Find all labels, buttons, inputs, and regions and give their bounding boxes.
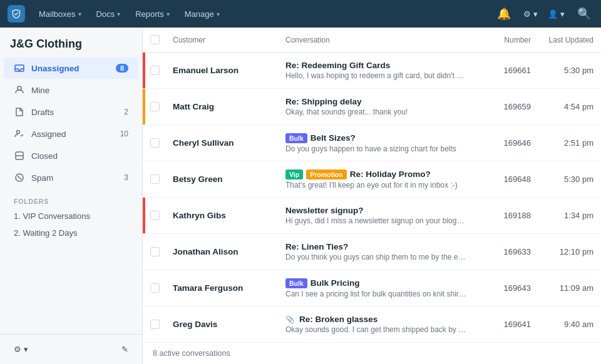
sidebar-item-mine[interactable]: Mine <box>4 79 138 101</box>
row-conversation-title: Re: Linen Ties? <box>285 242 467 251</box>
row-number: 169641 <box>475 320 531 329</box>
row-conversation-col: Re: Shipping delay Okay, that sounds gre… <box>285 97 475 116</box>
row-checkbox-col <box>150 211 173 220</box>
sidebar-item-unassigned[interactable]: Unassigned 8 <box>4 58 138 79</box>
header-last-updated: Last Updated <box>531 36 593 44</box>
compose-icon: ✎ <box>121 345 128 354</box>
sidebar-label-mine: Mine <box>31 86 128 95</box>
svg-line-6 <box>18 176 21 179</box>
select-all-checkbox[interactable] <box>150 35 160 44</box>
row-number: 169648 <box>475 174 531 184</box>
row-conversation-col: Re: Linen Ties? Do you think you guys ca… <box>285 242 475 261</box>
row-checkbox[interactable] <box>150 174 160 184</box>
sidebar-item-spam[interactable]: Spam 3 <box>4 167 138 188</box>
closed-icon <box>14 150 25 161</box>
row-checkbox-col <box>150 320 173 329</box>
chevron-down-icon: ▾ <box>78 11 81 18</box>
table-row[interactable]: Tamara Ferguson BulkBulk Pricing Can I s… <box>143 270 601 306</box>
sidebar-item-drafts[interactable]: Drafts 2 <box>4 101 138 123</box>
app-logo[interactable] <box>8 5 25 23</box>
row-conversation-title: Re: Redeeming Gift Cards <box>285 61 467 70</box>
table-footer: 8 active conversations <box>143 342 601 364</box>
row-checkbox[interactable] <box>150 283 160 293</box>
table-row[interactable]: Greg Davis 📎Re: Broken glasses Okay soun… <box>143 306 601 342</box>
nav-docs[interactable]: Docs ▾ <box>90 6 127 23</box>
inbox-icon <box>14 63 25 74</box>
row-checkbox-col <box>150 174 173 184</box>
row-updated: 5:30 pm <box>531 174 593 184</box>
person-icon <box>14 84 25 96</box>
row-number: 169643 <box>475 283 531 293</box>
spam-icon <box>14 172 25 183</box>
nav-reports[interactable]: Reports ▾ <box>129 6 176 23</box>
content-area: Customer Conversation Number Last Update… <box>143 28 601 364</box>
row-checkbox[interactable] <box>150 320 160 329</box>
settings-button[interactable]: ⚙ ▾ <box>8 341 34 358</box>
tag-bulk: Bulk <box>285 133 307 143</box>
table-row[interactable]: Betsy Green VipPromotionRe: Holiday Prom… <box>143 161 601 198</box>
row-checkbox[interactable] <box>150 211 160 220</box>
row-checkbox-col <box>150 247 173 256</box>
table-row[interactable]: Kathryn Gibs Newsletter signup? Hi guys,… <box>143 198 601 234</box>
chevron-down-icon: ▾ <box>533 9 538 19</box>
sidebar-label-spam: Spam <box>31 173 118 183</box>
row-conversation-title: Newsletter signup? <box>285 206 467 215</box>
sidebar-item-closed[interactable]: Closed <box>4 145 138 166</box>
sidebar-item-assigned[interactable]: Assigned 10 <box>4 123 138 144</box>
priority-orange-indicator <box>143 89 145 124</box>
header-number: Number <box>475 36 531 44</box>
row-checkbox[interactable] <box>150 138 160 148</box>
header-customer: Customer <box>173 36 285 44</box>
row-conversation-preview: Okay sounds good. I can get them shipped… <box>285 325 467 334</box>
active-conversations-count: 8 active conversations <box>153 349 230 358</box>
row-updated: 9:40 am <box>531 320 593 329</box>
chevron-down-icon: ▾ <box>217 11 220 18</box>
row-conversation-preview: Can I see a pricing list for bulk quanti… <box>285 290 467 298</box>
row-customer-name: Emanuel Larson <box>173 66 285 75</box>
nav-mailboxes[interactable]: Mailboxes ▾ <box>33 6 88 23</box>
settings-avatar[interactable]: ⚙ ▾ <box>523 9 538 19</box>
gear-icon: ⚙ <box>523 9 531 19</box>
row-checkbox[interactable] <box>150 66 160 75</box>
row-conversation-col: Re: Redeeming Gift Cards Hello, I was ho… <box>285 61 475 80</box>
row-checkbox-col <box>150 138 173 148</box>
table-body: Emanuel Larson Re: Redeeming Gift Cards … <box>143 53 601 342</box>
row-conversation-preview: Okay, that sounds great... thank you! <box>285 108 467 116</box>
assign-icon <box>14 128 25 139</box>
user-avatar[interactable]: 👤 ▾ <box>548 9 565 19</box>
row-checkbox-col <box>150 102 173 111</box>
assigned-count: 10 <box>120 129 128 138</box>
table-row[interactable]: Matt Craig Re: Shipping delay Okay, that… <box>143 89 601 125</box>
table-row[interactable]: Cheryl Sullivan BulkBelt Sizes? Do you g… <box>143 125 601 161</box>
chevron-down-icon: ▾ <box>117 11 120 18</box>
nav-manage[interactable]: Manage ▾ <box>178 6 226 23</box>
folders-label: FOLDERS <box>0 189 142 208</box>
row-conversation-title: VipPromotionRe: Holiday Promo? <box>285 169 467 179</box>
table-row[interactable]: Jonathan Alison Re: Linen Ties? Do you t… <box>143 234 601 270</box>
row-customer-name: Kathryn Gibs <box>173 211 285 220</box>
sidebar-label-assigned: Assigned <box>31 129 114 139</box>
row-updated: 4:54 pm <box>531 102 593 111</box>
folder-vip[interactable]: 1. VIP Conversations <box>0 208 142 225</box>
table-row[interactable]: Emanuel Larson Re: Redeeming Gift Cards … <box>143 53 601 89</box>
bell-icon[interactable]: 🔔 <box>495 4 513 23</box>
row-conversation-col: VipPromotionRe: Holiday Promo? That's gr… <box>285 169 475 190</box>
row-checkbox[interactable] <box>150 102 160 111</box>
table-header: Customer Conversation Number Last Update… <box>143 28 601 53</box>
row-customer-name: Cheryl Sullivan <box>173 138 285 148</box>
row-checkbox[interactable] <box>150 247 160 256</box>
sidebar-nav: Unassigned 8 Mine <box>0 57 142 334</box>
row-updated: 1:34 pm <box>531 211 593 220</box>
row-conversation-col: BulkBelt Sizes? Do you guys happen to ha… <box>285 133 475 153</box>
svg-point-1 <box>18 86 21 90</box>
row-updated: 11:09 am <box>531 283 593 293</box>
search-icon[interactable]: 🔍 <box>575 4 593 23</box>
company-name: J&G Clothing <box>0 28 142 57</box>
header-conversation: Conversation <box>285 36 475 44</box>
top-nav-right: 🔔 ⚙ ▾ 👤 ▾ 🔍 <box>495 4 593 23</box>
row-checkbox-col <box>150 283 173 293</box>
chevron-down-icon: ▾ <box>167 11 170 18</box>
unassigned-badge: 8 <box>116 64 128 73</box>
folder-waiting[interactable]: 2. Waiting 2 Days <box>0 225 142 241</box>
compose-button[interactable]: ✎ <box>115 341 135 358</box>
